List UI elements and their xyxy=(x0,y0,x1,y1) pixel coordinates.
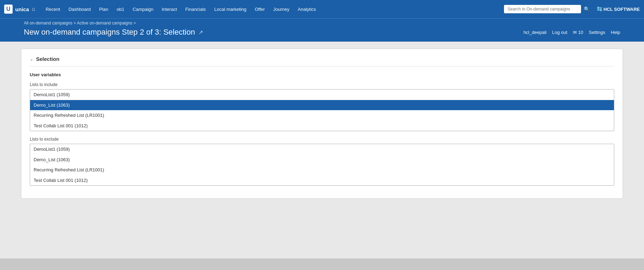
nav-local-marketing[interactable]: Local marketing xyxy=(211,5,250,14)
content-panel: ⌄ Selection User variables Lists to incl… xyxy=(21,49,623,199)
nav-dashboard[interactable]: Dashboard xyxy=(65,5,94,14)
external-link-icon[interactable]: ↗ xyxy=(198,29,203,36)
list-item[interactable]: Recurring Refreshed List (LR1001) xyxy=(30,165,614,175)
page-title: New on-demand campaigns Step 2 of 3: Sel… xyxy=(24,28,203,37)
breadcrumb: All on-demand campaigns > Active on-dema… xyxy=(24,21,620,26)
settings-link[interactable]: Settings xyxy=(589,30,605,35)
nav-offer[interactable]: Offer xyxy=(251,5,268,14)
list-item[interactable]: Demo_List (1063) xyxy=(30,100,614,111)
mail-icon: ✉ xyxy=(573,30,577,35)
list-item[interactable]: Test Collab List 001 (1012) xyxy=(30,121,614,131)
hcl-logo: ⇆ HCL SOFTWARE xyxy=(597,5,640,13)
search-input[interactable] xyxy=(504,5,581,13)
breadcrumb-active-campaigns[interactable]: Active on-demand campaigns xyxy=(77,21,132,26)
help-link[interactable]: Help xyxy=(611,30,620,35)
list-item[interactable]: Test Collab List 001 (1012) xyxy=(30,175,614,186)
user-variables-label: User variables xyxy=(30,72,614,77)
logo-area: U unica ⌂ xyxy=(4,5,36,14)
nav-financials[interactable]: Financials xyxy=(182,5,210,14)
top-navigation: U unica ⌂ Recent Dashboard Plan ob1 Camp… xyxy=(0,0,644,18)
lists-to-include-label: Lists to include xyxy=(30,82,614,87)
list-item[interactable]: DemoList1 (1059) xyxy=(30,144,614,155)
username-label: hcl_deepali xyxy=(524,30,547,35)
home-icon[interactable]: ⌂ xyxy=(32,6,35,12)
list-item[interactable]: Demo_List (1063) xyxy=(30,155,614,165)
list-item[interactable]: midsouth Refreshed List (LR1000) xyxy=(30,131,614,131)
list-item[interactable]: Recurring Refreshed List (LR1001) xyxy=(30,110,614,121)
nav-ob1[interactable]: ob1 xyxy=(113,5,128,14)
list-item[interactable]: DemoList1 (1059) xyxy=(30,90,614,100)
search-area: 🔍 ⇆ HCL SOFTWARE xyxy=(504,5,640,13)
breadcrumb-all-campaigns[interactable]: All on-demand campaigns xyxy=(24,21,72,26)
page-title-text: New on-demand campaigns Step 2 of 3: Sel… xyxy=(24,28,195,37)
search-icon[interactable]: 🔍 xyxy=(584,6,590,12)
main-content: ⌄ Selection User variables Lists to incl… xyxy=(0,42,644,258)
page-title-row: New on-demand campaigns Step 2 of 3: Sel… xyxy=(24,28,620,37)
chevron-down-icon[interactable]: ⌄ xyxy=(30,57,33,62)
nav-plan[interactable]: Plan xyxy=(96,5,112,14)
logo-text: unica xyxy=(15,6,29,12)
nav-analytics[interactable]: Analytics xyxy=(294,5,320,14)
lists-to-exclude-container: DemoList1 (1059) Demo_List (1063) Recurr… xyxy=(30,144,614,186)
lists-to-include-container: DemoList1 (1059) Demo_List (1063) Recurr… xyxy=(30,89,614,131)
logout-button[interactable]: Log out xyxy=(552,30,567,35)
hcl-arrow-icon: ⇆ xyxy=(597,5,602,13)
lists-to-exclude-label: Lists to exclude xyxy=(30,137,614,142)
nav-interact[interactable]: Interact xyxy=(158,5,180,14)
section-title: Selection xyxy=(36,56,59,62)
header-actions: hcl_deepali Log out ✉ 10 Settings Help xyxy=(524,30,620,35)
logo-u-icon: U xyxy=(6,6,10,12)
sub-header: All on-demand campaigns > Active on-dema… xyxy=(0,18,644,42)
mail-count: 10 xyxy=(578,30,583,35)
nav-campaign[interactable]: Campaign xyxy=(129,5,157,14)
nav-recent[interactable]: Recent xyxy=(42,5,63,14)
unica-logo[interactable]: U xyxy=(4,5,13,14)
nav-journey[interactable]: Journey xyxy=(270,5,293,14)
section-header: ⌄ Selection xyxy=(30,56,614,66)
hcl-brand-text: HCL SOFTWARE xyxy=(603,7,640,12)
mail-badge[interactable]: ✉ 10 xyxy=(573,30,583,35)
